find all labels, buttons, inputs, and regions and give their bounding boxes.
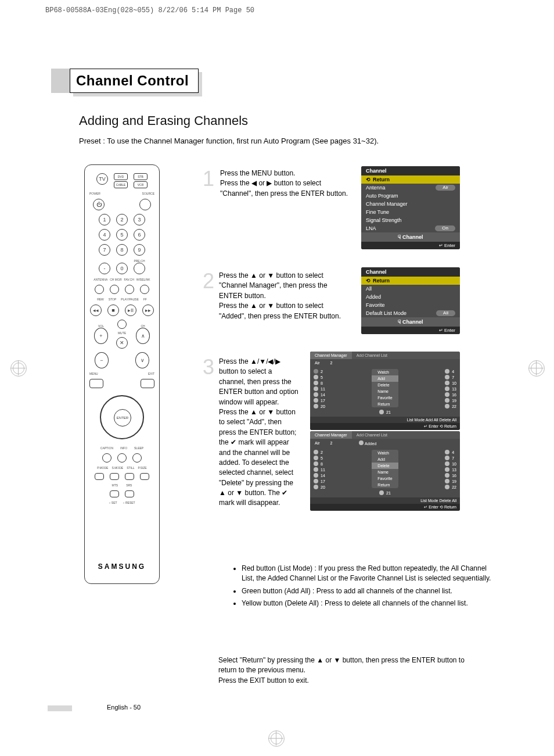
grid2-l0: 2 — [321, 450, 323, 454]
remote-num-2: 2 — [116, 214, 128, 225]
osd2-foot: ↵ Enter — [361, 327, 460, 334]
page-subheading: Adding and Erasing Channels — [79, 113, 248, 128]
grid1-mid: 21 — [386, 410, 391, 414]
grid2-l3: 11 — [321, 468, 325, 472]
grid2-menu-return: Return — [372, 482, 398, 488]
remote-wiselink — [140, 285, 149, 294]
osd2-title: Channel — [361, 267, 460, 277]
osd2-favorite: Favorite — [366, 302, 385, 308]
grid2-l6: 20 — [321, 485, 325, 489]
step-1-number: 1 — [203, 169, 214, 199]
remote-ff-label: FF — [143, 298, 147, 301]
remote-num-5: 5 — [116, 229, 128, 241]
osd1-signal: Signal Strength — [366, 217, 402, 223]
grid1-menu-add: Add — [372, 375, 398, 382]
grid2-r3: 13 — [452, 468, 456, 472]
remote-vcr: VCR — [134, 181, 148, 188]
remote-menu — [89, 379, 103, 388]
grid2-r1: 7 — [452, 456, 454, 460]
remote-vol-up: + — [94, 328, 108, 344]
grid2-air-label: Air — [315, 441, 320, 445]
remote-power: ⏻ — [93, 199, 105, 210]
osd1-antenna: Antenna — [366, 185, 386, 191]
grid1-l5: 17 — [321, 399, 325, 403]
hint-red: Red button (List Mode) : If you press th… — [242, 564, 494, 584]
osd1-return: ⟲Return — [361, 175, 460, 184]
osd-chmgr-delete: Channel ManagerAdd Channel List Air2 Add… — [310, 431, 460, 511]
grid1-menu-return: Return — [372, 401, 398, 407]
grid1-l4: 14 — [321, 393, 325, 397]
grid1-r1: 7 — [452, 375, 454, 379]
section-title-text: Channel Control — [76, 73, 189, 88]
remote-still-label: STILL — [127, 466, 134, 470]
grid2-added-label: Added — [365, 442, 376, 446]
remote-pmode — [95, 473, 104, 480]
preset-note: Preset : To use the Channel Manager func… — [79, 137, 379, 145]
grid2-r4: 16 — [452, 474, 456, 478]
remote-ch-down: ∨ — [135, 352, 149, 368]
osd-channel-manager: Channel ⟲Return All Added Favorite Defau… — [361, 267, 460, 334]
remote-mts-label: MTS — [112, 483, 118, 487]
remote-vol-down: − — [95, 352, 109, 368]
step-2-number: 2 — [203, 271, 214, 321]
grid1-menu-name: Name — [372, 388, 398, 395]
hint-yellow: Yellow button (Delete All) : Press to de… — [242, 599, 494, 608]
grid1-popup-menu: Watch Add Delete Name Favorite Return — [372, 369, 398, 407]
remote-chmgr — [110, 285, 119, 294]
remote-wiselink-label: WISELINK — [136, 278, 150, 281]
grid2-foot1: List Mode Delete All — [310, 497, 460, 504]
remote-caption-label: CAPTION — [100, 446, 113, 450]
grid2-popup-menu: Watch Add Delete Name Favorite Return — [372, 450, 398, 488]
remote-dvd: DVD — [114, 173, 128, 180]
remote-cable: CABLE — [114, 181, 128, 188]
remote-sleep — [132, 453, 142, 463]
osd1-foot: ↵ Enter — [361, 242, 460, 249]
osd2-all: All — [366, 286, 372, 292]
remote-psize — [140, 473, 149, 480]
remote-favch-label: FAV.CH — [124, 278, 134, 281]
remote-exit-label: EXIT — [148, 372, 154, 375]
step-3-text: Press the ▲/▼/◀/▶ button to select a cha… — [219, 357, 298, 508]
remote-brand: SAMSUNG — [85, 562, 159, 571]
reg-mark-left — [10, 360, 26, 375]
remote-tv: TV — [96, 173, 108, 185]
osd-chmgr-add: Channel ManagerAdd Channel List Air2 2 5… — [310, 352, 460, 430]
step-1: 1 Press the MENU button. Press the ◀ or … — [203, 169, 351, 199]
grid1-r3: 13 — [452, 387, 456, 391]
remote-caption — [102, 453, 111, 463]
remote-source — [139, 199, 151, 210]
button-hints: Red button (List Mode) : If you press th… — [218, 564, 494, 611]
remote-menu-label: MENU — [89, 372, 98, 375]
osd1-title: Channel — [361, 166, 460, 175]
grid2-menu-name: Name — [372, 469, 398, 475]
remote-info-label: INFO — [120, 446, 127, 450]
grid1-title-b: Add Channel List — [352, 352, 392, 359]
remote-small-1 — [117, 320, 127, 329]
remote-chmgr-label: CH MGR — [110, 278, 121, 281]
remote-still — [125, 473, 134, 480]
grid1-l6: 20 — [321, 404, 325, 409]
osd1-lna-val: On — [435, 225, 455, 231]
grid2-r0: 4 — [452, 450, 454, 454]
remote-stop: ■ — [107, 304, 119, 316]
grid1-air-label: Air — [315, 361, 320, 365]
grid2-r5: 19 — [452, 479, 456, 483]
osd1-finetune: Fine Tune — [366, 209, 389, 215]
remote-dash: - — [99, 263, 110, 274]
grid1-menu-watch: Watch — [372, 369, 398, 375]
remote-pmode-label: P.MODE — [97, 466, 108, 470]
grid2-l4: 14 — [321, 474, 325, 478]
step-3-number: 3 — [203, 357, 214, 508]
osd2-default-val: All — [436, 310, 455, 316]
remote-ch-up: ∧ — [136, 328, 150, 344]
osd2-added: Added — [366, 294, 381, 300]
remote-reset-label: ○ RESET — [123, 501, 135, 504]
step-1-text: Press the MENU button. Press the ◀ or ▶ … — [220, 169, 351, 199]
osd2-default: Default List Mode — [366, 310, 406, 316]
page: { "meta": { "print_header": "BP68-00588A… — [0, 0, 554, 756]
step-3: 3 Press the ▲/▼/◀/▶ button to select a c… — [203, 357, 298, 508]
grid1-r2: 10 — [452, 381, 456, 385]
remote-stb: STB — [134, 173, 148, 180]
remote-num-9: 9 — [134, 244, 145, 256]
remote-power-label: POWER — [89, 192, 100, 195]
